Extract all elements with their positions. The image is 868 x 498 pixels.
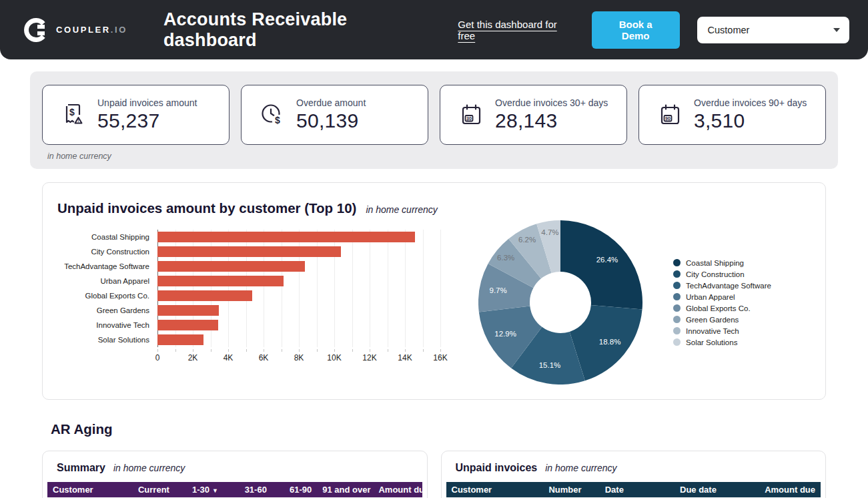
column-header[interactable]: Date (600, 482, 675, 497)
legend-item: Innovative Tech (673, 325, 771, 336)
axis-tick-label: 16K (433, 353, 447, 362)
chart-title: Unpaid invoices amount by customer (Top … (57, 200, 356, 216)
column-header[interactable]: 91 and over (317, 482, 373, 497)
brand-wordmark: COUPLER.IO (56, 25, 127, 35)
axis-tick (157, 349, 158, 352)
bar-chart-plot: 02K4K6K8K10K12K14K16K (157, 230, 440, 385)
axis-tick (423, 349, 424, 352)
legend-label: Green Gardens (686, 316, 739, 324)
donut-slice-label: 9.7% (490, 286, 507, 294)
legend-label: Solar Solutions (686, 338, 737, 346)
summary-table: CustomerCurrent1-30▼31-6061-9091 and ove… (47, 482, 422, 498)
axis-tick (175, 349, 176, 352)
axis-tick (299, 349, 300, 352)
axis-tick-label: 14K (398, 353, 412, 362)
bar (157, 290, 252, 301)
bar (157, 261, 305, 272)
bar-category-label: City Construction (57, 244, 157, 259)
kpi-currency-note: in home currency (47, 152, 826, 161)
axis-tick (334, 349, 335, 352)
column-header[interactable]: Customer (47, 482, 122, 497)
svg-text:$: $ (275, 115, 280, 126)
axis-tick (440, 349, 441, 352)
get-dashboard-link[interactable]: Get this dashboard for free (458, 19, 574, 41)
donut-slice-label: 4.7% (541, 228, 558, 236)
donut-slice-label: 6.2% (518, 236, 536, 244)
legend-label: City Construction (686, 270, 745, 278)
svg-text:$: $ (69, 107, 75, 117)
axis-tick (388, 349, 388, 352)
donut-slice-label: 6.3% (497, 254, 514, 262)
kpi-card-overdue-amount: $ Overdue amount 50,139 (241, 85, 428, 145)
legend-dot (673, 338, 681, 346)
coupler-logo[interactable]: COUPLER.IO (23, 17, 127, 43)
donut-slice (560, 220, 642, 310)
axis-tick (352, 349, 353, 352)
column-header[interactable]: Due date (675, 482, 753, 497)
column-header[interactable]: Customer (446, 482, 544, 497)
unpaid-by-customer-card: Unpaid invoices amount by customer (Top … (42, 182, 826, 400)
invoice-warning-icon: $ ! (60, 101, 87, 128)
book-demo-button[interactable]: Book a Demo (592, 11, 680, 49)
kpi-label: Unpaid invoices amount (97, 97, 197, 108)
column-header[interactable]: 1-30▼ (175, 482, 224, 497)
column-header[interactable]: Number (543, 482, 599, 497)
kpi-card-overdue-90: 90 Overdue invoices 90+ days 3,510 (638, 85, 826, 145)
column-header[interactable]: Amount due (373, 482, 422, 497)
svg-text:!: ! (77, 118, 79, 123)
unpaid-invoices-table: CustomerNumberDateDue dateAmount dueGlob… (446, 482, 821, 498)
donut-slice-label: 18.8% (599, 338, 621, 346)
legend-label: Coastal Shipping (686, 259, 744, 267)
customer-filter-dropdown[interactable]: Customer (697, 17, 849, 43)
ar-aging-tables: Summary in home currency CustomerCurrent… (42, 451, 826, 498)
unpaid-invoices-table-card: Unpaid invoices in home currency Custome… (441, 451, 827, 498)
svg-text:30: 30 (466, 116, 472, 121)
kpi-card-overdue-30: 30 Overdue invoices 30+ days 28,143 (440, 85, 627, 145)
bar-chart-category-axis: Coastal ShippingCity ConstructionTechAdv… (57, 230, 157, 385)
table-title-row: Unpaid invoices in home currency (456, 462, 821, 474)
bar-category-label: Green Gardens (57, 303, 157, 318)
unpaid-currency-note: in home currency (545, 463, 616, 473)
axis-tick (370, 349, 370, 352)
legend-item: TechAdvantage Software (673, 280, 771, 291)
kpi-cards: $ ! Unpaid invoices amount 55,237 (42, 85, 826, 145)
ar-aging-heading: AR Aging (51, 421, 868, 437)
svg-text:90: 90 (665, 116, 671, 121)
unpaid-invoices-table-title: Unpaid invoices (456, 462, 538, 474)
column-header[interactable]: 31-60 (224, 482, 272, 497)
chart-currency-note: in home currency (366, 204, 437, 215)
kpi-text: Overdue invoices 30+ days 28,143 (495, 97, 608, 132)
brand-tld: .IO (111, 25, 127, 35)
legend-dot (673, 327, 681, 334)
legend-dot (673, 270, 681, 278)
axis-tick (405, 349, 406, 352)
axis-tick (264, 349, 264, 352)
clock-dollar-icon: $ (259, 101, 286, 128)
chart-legend: Coastal ShippingCity ConstructionTechAdv… (673, 257, 771, 348)
axis-tick-label: 2K (188, 353, 198, 362)
summary-table-title: Summary (57, 462, 105, 474)
summary-currency-note: in home currency (113, 463, 185, 473)
column-header[interactable]: Amount due (753, 482, 821, 497)
donut-chart: 26.4%18.8%15.1%12.9%9.7%6.3%6.2%4.7% (478, 220, 642, 385)
bar (157, 305, 219, 316)
axis-tick-label: 8K (294, 353, 304, 362)
axis-tick-label: 12K (362, 353, 376, 362)
column-header[interactable]: 61-90 (272, 482, 317, 497)
column-header[interactable]: Current (122, 482, 175, 497)
bar-category-label: Solar Solutions (57, 332, 157, 347)
legend-item: Coastal Shipping (673, 257, 771, 268)
axis-tick (282, 349, 282, 352)
bar (157, 246, 341, 257)
kpi-label: Overdue invoices 30+ days (495, 97, 608, 108)
axis-tick (228, 349, 229, 352)
legend-dot (673, 282, 681, 289)
kpi-label: Overdue invoices 90+ days (694, 97, 807, 108)
bar-category-label: Urban Apparel (57, 274, 157, 288)
donut-slice-label: 26.4% (596, 256, 618, 264)
axis-tick-label: 0 (155, 353, 160, 362)
legend-label: Global Exports Co. (686, 304, 751, 312)
kpi-text: Overdue invoices 90+ days 3,510 (694, 97, 807, 132)
chevron-down-icon (833, 28, 840, 32)
kpi-strip: $ ! Unpaid invoices amount 55,237 (30, 71, 838, 169)
